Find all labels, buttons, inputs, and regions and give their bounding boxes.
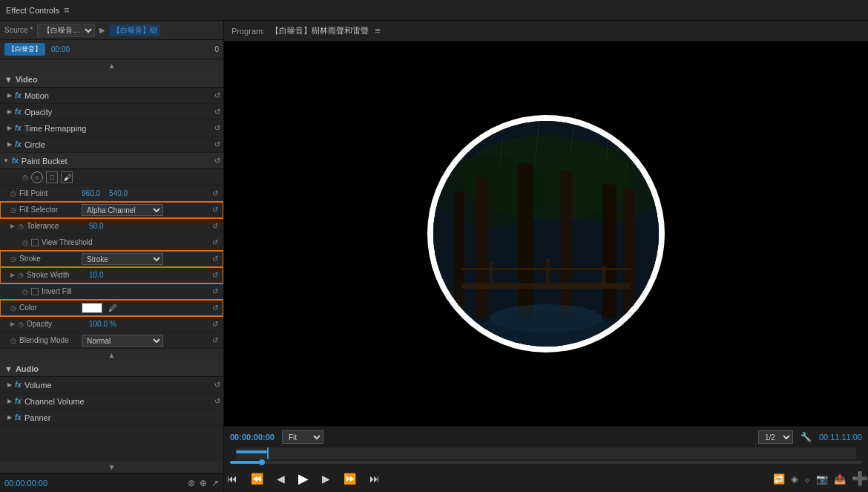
export-icon[interactable]: 📤 xyxy=(834,473,846,485)
right-icons: 🔁 ◈ ⬦ 📷 📤 ➕ xyxy=(773,470,868,487)
svg-rect-11 xyxy=(490,262,493,289)
color-reset[interactable]: ↺ xyxy=(210,304,220,312)
source-header: Source * 【白噪音… ▶ 【白噪音】樹 xyxy=(0,21,223,40)
timeline-header: 【白噪音】 00:00 0 xyxy=(0,40,223,59)
jump-back-button[interactable]: ⏮ xyxy=(224,471,240,486)
blending-clock[interactable]: ◷ xyxy=(10,337,16,344)
paint-bucket-reset[interactable]: ↺ xyxy=(214,157,220,165)
channel-volume-reset[interactable]: ↺ xyxy=(214,397,220,405)
opacity-clock[interactable]: ◷ xyxy=(18,321,24,328)
view-threshold-reset[interactable]: ↺ xyxy=(210,238,220,246)
invert-fill-clock[interactable]: ◷ xyxy=(22,288,28,295)
step-forward-button[interactable]: ⏩ xyxy=(341,471,359,486)
fill-point-x[interactable]: 960.0 xyxy=(82,189,100,197)
scrubber-area xyxy=(224,447,868,465)
step-back-button[interactable]: ⏪ xyxy=(248,471,266,486)
source-select[interactable]: 【白噪音… xyxy=(37,24,95,37)
time-remap-reset[interactable]: ↺ xyxy=(214,124,220,132)
loop-icon[interactable]: 🔁 xyxy=(773,473,785,485)
panner-row[interactable]: ▶ fx Panner xyxy=(0,410,223,426)
bottom-add-icon[interactable]: ⊕ xyxy=(200,478,207,488)
opacity-effect-row[interactable]: ▶ fx Opacity ↺ xyxy=(0,104,223,120)
blending-mode-select[interactable]: Normal Multiply Screen Overlay xyxy=(82,335,163,347)
panner-badge: fx xyxy=(15,413,22,422)
panel-title-area: Effect Controls ≡ xyxy=(6,4,70,16)
wrench-icon[interactable]: 🔧 xyxy=(800,432,812,442)
video-label: Video xyxy=(16,75,38,84)
paint-bucket-header[interactable]: ▼ fx Paint Bucket ↺ xyxy=(0,153,223,169)
stroke-clock[interactable]: ◷ xyxy=(10,255,16,263)
track-thumb[interactable] xyxy=(259,459,265,465)
tolerance-reset[interactable]: ↺ xyxy=(210,222,220,230)
scroll-up-2[interactable]: ▲ xyxy=(0,349,223,361)
invert-fill-reset[interactable]: ↺ xyxy=(210,287,220,295)
motion-reset[interactable]: ↺ xyxy=(214,91,220,99)
time-remap-row[interactable]: ▶ fx Time Remapping ↺ xyxy=(0,120,223,137)
stroke-width-clock[interactable]: ◷ xyxy=(18,272,24,279)
in-point-icon[interactable]: ⬦ xyxy=(804,473,810,485)
next-frame-button[interactable]: ▶ xyxy=(319,471,333,486)
opacity-reset[interactable]: ↺ xyxy=(214,108,220,116)
ratio-select[interactable]: 1/2 Full 1/4 xyxy=(758,430,793,444)
fill-selector-clock[interactable]: ◷ xyxy=(10,206,16,214)
eyedropper-icon[interactable]: 🖉 xyxy=(108,303,117,313)
blending-reset[interactable]: ↺ xyxy=(210,336,220,344)
view-threshold-clock[interactable]: ◷ xyxy=(22,239,28,246)
scroll-up[interactable]: ▲ xyxy=(0,59,223,71)
volume-expand: ▶ xyxy=(7,381,12,388)
fill-selector-select[interactable]: Alpha Channel Color Opacity xyxy=(82,204,163,216)
tolerance-clock[interactable]: ◷ xyxy=(18,223,24,230)
circle-reset[interactable]: ↺ xyxy=(214,140,220,148)
color-swatch[interactable] xyxy=(82,303,102,313)
play-button[interactable]: ▶ xyxy=(295,469,312,488)
add-button[interactable]: ➕ xyxy=(852,470,868,487)
brush-shape-icon[interactable]: 🖌 xyxy=(61,171,73,183)
panel-menu-icon[interactable]: ≡ xyxy=(64,4,70,16)
playback-controls: ⏮ ⏪ ◀ ▶ ▶ ⏩ ⏭ 🔁 ◈ ⬦ 📷 📤 ➕ xyxy=(224,465,868,492)
fill-selector-reset[interactable]: ↺ xyxy=(210,206,220,214)
stroke-width-value[interactable]: 10.0 xyxy=(89,271,103,279)
volume-reset[interactable]: ↺ xyxy=(214,381,220,389)
video-section-header[interactable]: ▼ Video xyxy=(0,71,223,88)
prev-frame-button[interactable]: ◀ xyxy=(274,471,288,486)
bottom-export-icon[interactable]: ↗ xyxy=(211,478,219,488)
timecode-display[interactable]: 00:00:00:00 xyxy=(230,433,274,442)
right-panel: Program: 【白噪音】樹林雨聲和雷聲 ≡ xyxy=(224,21,868,492)
svg-rect-6 xyxy=(560,171,571,319)
program-header: Program: 【白噪音】樹林雨聲和雷聲 ≡ xyxy=(224,21,868,42)
circle-shape-icon[interactable]: ○ xyxy=(31,171,43,183)
invert-fill-checkbox[interactable] xyxy=(31,288,39,295)
audio-section-header[interactable]: ▼ Audio xyxy=(0,361,223,377)
camera-icon[interactable]: 📷 xyxy=(816,473,828,485)
view-threshold-label: View Threshold xyxy=(42,238,93,246)
stroke-row: ◷ Stroke None Stroke Fill & Stroke ↺ xyxy=(0,251,223,267)
stroke-width-reset[interactable]: ↺ xyxy=(210,271,220,279)
color-clock[interactable]: ◷ xyxy=(10,304,16,312)
scroll-down[interactable]: ▼ xyxy=(0,461,223,473)
jump-forward-button[interactable]: ⏭ xyxy=(366,471,383,486)
motion-effect-row[interactable]: ▶ fx Motion ↺ xyxy=(0,88,223,104)
circle-effect-row[interactable]: ▶ fx Circle ↺ xyxy=(0,137,223,153)
color-row: ◷ Color 🖉 ↺ xyxy=(0,300,223,316)
tolerance-value[interactable]: 50.0 xyxy=(89,222,103,230)
bottom-controls: 00:00:00:00 ⊛ ⊕ ↗ xyxy=(0,473,223,492)
fit-select[interactable]: Fit 25% 50% 75% 100% xyxy=(282,430,323,444)
marker-icon[interactable]: ◈ xyxy=(791,473,798,485)
fill-point-clock[interactable]: ◷ xyxy=(10,190,16,197)
forest-background xyxy=(433,121,659,347)
opacity-value[interactable]: 100.0 % xyxy=(89,320,116,328)
bottom-filter-icon[interactable]: ⊛ xyxy=(188,478,195,488)
timeline-track[interactable] xyxy=(230,459,862,465)
program-menu-icon[interactable]: ≡ xyxy=(375,25,381,36)
stroke-select[interactable]: None Stroke Fill & Stroke xyxy=(82,253,163,265)
fill-point-y[interactable]: 540.0 xyxy=(109,189,128,197)
volume-row[interactable]: ▶ fx Volume ↺ xyxy=(0,377,223,393)
stroke-reset[interactable]: ↺ xyxy=(210,255,220,263)
top-bar: Effect Controls ≡ xyxy=(0,0,868,21)
timeline-scrubber[interactable] xyxy=(236,447,856,459)
opacity-reset[interactable]: ↺ xyxy=(210,320,220,328)
view-threshold-checkbox[interactable] xyxy=(31,239,39,246)
fill-point-reset[interactable]: ↺ xyxy=(210,189,220,197)
channel-volume-row[interactable]: ▶ fx Channel Volume ↺ xyxy=(0,393,223,410)
square-shape-icon[interactable]: □ xyxy=(46,171,58,183)
